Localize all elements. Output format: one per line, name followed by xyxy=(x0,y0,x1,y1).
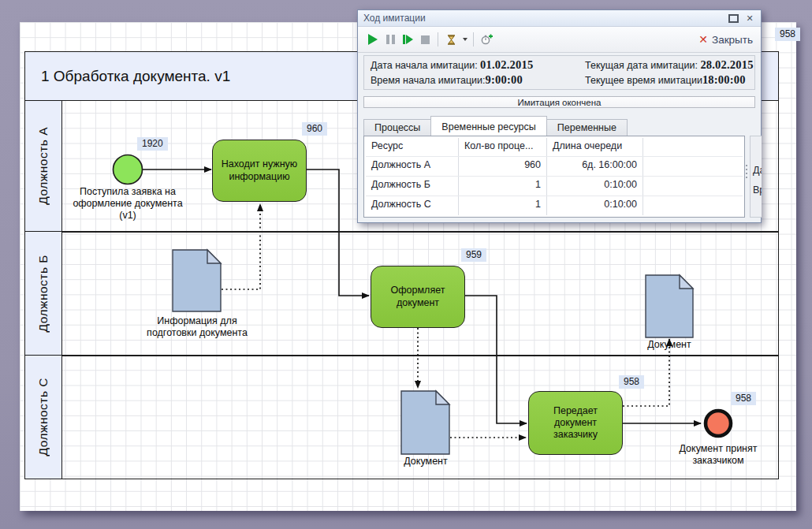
play-icon xyxy=(368,34,378,45)
start-event-label: Поступила заявка на оформление документа… xyxy=(69,186,187,222)
tab-processes-label: Процессы xyxy=(374,122,420,133)
maximize-icon xyxy=(728,14,739,23)
cell-count: 1 xyxy=(459,177,547,196)
resources-table: Ресурс Кол-во проце... Длина очереди Дол… xyxy=(363,136,745,218)
table-row[interactable]: Должность Б 1 0:10:00 xyxy=(366,177,743,196)
dialog-titlebar[interactable]: Ход имитации ✕ xyxy=(358,10,761,27)
start-time-label: Время начала имитации: xyxy=(371,75,486,86)
tab-time-resources-label: Временные ресурсы xyxy=(441,121,535,132)
start-date-label: Дата начала имитации: xyxy=(371,60,478,71)
cell-resource: Должность Б xyxy=(366,177,459,196)
dialog-title: Ход имитации xyxy=(363,13,722,24)
simulation-status-bar: Имитация окончена xyxy=(363,96,755,108)
column-header-empty xyxy=(643,138,743,156)
hourglass-icon xyxy=(445,34,457,46)
tab-variables[interactable]: Переменные xyxy=(546,119,628,136)
tab-time-resources[interactable]: Временные ресурсы xyxy=(430,116,546,136)
counter-end-event: 958 xyxy=(731,392,756,405)
column-header-count[interactable]: Кол-во проце... xyxy=(459,138,547,156)
simulation-info-panel: Дата начала имитации: 01.02.2015 Текущая… xyxy=(363,55,755,90)
stop-icon xyxy=(421,35,430,44)
chevron-down-icon xyxy=(463,38,467,41)
splitter-grip[interactable] xyxy=(746,165,747,178)
task-deliver-document-label: Передает документ заказчику xyxy=(535,405,616,441)
clipped-label-1: Да xyxy=(753,165,762,176)
add-timer-button[interactable] xyxy=(478,31,495,48)
maximize-button[interactable] xyxy=(728,13,739,24)
lane-a-label: Должность А xyxy=(36,127,50,205)
dialog-toolbar: ✕ Закрыть xyxy=(358,27,761,53)
column-header-queue[interactable]: Длина очереди xyxy=(547,138,643,156)
counter-start-event: 1920 xyxy=(137,137,168,151)
hourglass-button[interactable] xyxy=(442,31,460,48)
close-window-button[interactable]: ✕ xyxy=(744,13,755,24)
simulation-status-text: Имитация окончена xyxy=(518,98,602,107)
task-prepare-document-label: Оформляет документ xyxy=(378,285,458,309)
task-find-information-label: Находит нужную информацию xyxy=(219,158,300,183)
clipped-side-panel: Да Вр xyxy=(750,136,762,218)
table-header-row: Ресурс Кол-во проце... Длина очереди xyxy=(366,138,743,157)
cell-count: 1 xyxy=(459,196,547,215)
lane-c-header[interactable]: Должность С xyxy=(25,356,62,479)
lane-c-label: Должность С xyxy=(36,378,50,456)
hourglass-dropdown[interactable] xyxy=(460,31,469,48)
cell-resource: Должность С xyxy=(366,196,459,215)
counter-task1: 960 xyxy=(302,122,327,136)
result-tabs: Процессы Временные ресурсы Переменные xyxy=(363,116,628,136)
counter-corner: 958 xyxy=(775,28,800,41)
current-date-value: 28.02.2015 xyxy=(700,58,753,71)
current-time-label: Текущее время имитации xyxy=(585,75,702,86)
tab-variables-label: Переменные xyxy=(557,122,616,133)
cell-resource: Должность А xyxy=(366,157,459,176)
step-button[interactable] xyxy=(399,31,416,48)
table-row[interactable]: Должность С 1 0:10:00 xyxy=(366,196,743,215)
counter-task2: 959 xyxy=(461,248,486,262)
lane-b-label: Должность Б xyxy=(36,255,50,332)
close-icon: ✕ xyxy=(746,13,753,24)
toolbar-separator xyxy=(473,32,474,47)
clipped-label-2: Вр xyxy=(753,184,762,196)
cell-queue: 0:10:00 xyxy=(547,196,643,215)
task-prepare-document[interactable]: Оформляет документ xyxy=(371,266,465,328)
end-event-label: Документ принят заказчиком xyxy=(659,443,777,467)
table-row[interactable]: Должность А 960 6д. 16:00:00 xyxy=(366,157,743,177)
play-button[interactable] xyxy=(364,31,382,48)
step-icon xyxy=(403,35,413,44)
pause-button[interactable] xyxy=(382,31,399,48)
close-button-label: Закрыть xyxy=(712,34,753,46)
add-timer-icon xyxy=(480,33,494,46)
start-date-row: Дата начала имитации: 01.02.2015 xyxy=(371,58,585,72)
pause-icon xyxy=(386,35,395,44)
task-find-information[interactable]: Находит нужную информацию xyxy=(212,140,307,202)
cell-queue: 6д. 16:00:00 xyxy=(547,157,643,176)
document-doc2-label: Документ xyxy=(386,456,465,468)
start-time-value: 9:00:00 xyxy=(486,73,523,86)
current-date-row: Текущая дата имитации: 28.02.2015 xyxy=(585,58,754,72)
start-time-row: Время начала имитации:9:00:00 xyxy=(371,73,585,87)
counter-task3: 958 xyxy=(619,375,644,389)
simulation-dialog: Ход имитации ✕ ✕ Закрыть xyxy=(357,9,762,223)
stop-button[interactable] xyxy=(416,31,434,48)
cell-queue: 0:10:00 xyxy=(547,177,643,196)
current-time-row: Текущее время имитации18:00:00 xyxy=(585,73,754,87)
red-close-icon: ✕ xyxy=(698,34,708,45)
column-header-resource[interactable]: Ресурс xyxy=(366,138,459,156)
current-date-label: Текущая дата имитации: xyxy=(585,60,698,71)
document-info-label: Информация для подготовки документа xyxy=(138,315,256,339)
task-deliver-document[interactable]: Передает документ заказчику xyxy=(528,391,623,455)
close-simulation-button[interactable]: ✕ Закрыть xyxy=(698,34,753,46)
start-date-value: 01.02.2015 xyxy=(480,58,533,71)
document-doc3-label: Документ xyxy=(630,339,709,351)
lane-b-header[interactable]: Должность Б xyxy=(25,232,62,356)
tab-processes[interactable]: Процессы xyxy=(363,119,431,136)
cell-count: 960 xyxy=(459,157,547,176)
current-time-value: 18:00:00 xyxy=(702,73,746,86)
lane-a-header[interactable]: Должность А xyxy=(25,101,62,232)
toolbar-separator xyxy=(438,32,438,47)
diagram-title: 1 Обработка документа. v1 xyxy=(41,68,230,85)
